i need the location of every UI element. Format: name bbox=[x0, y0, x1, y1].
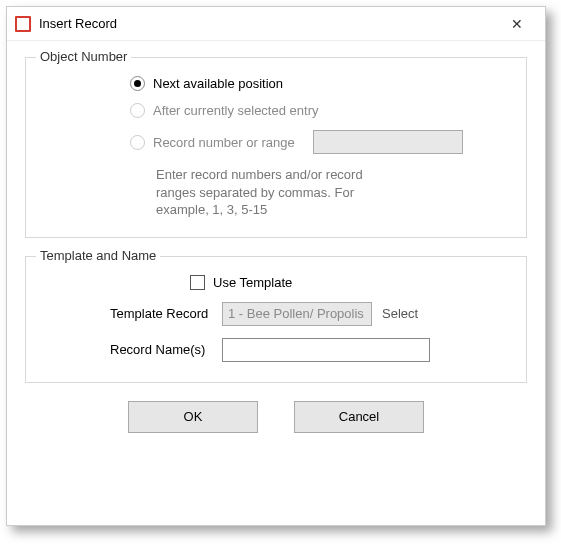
dialog-window: Insert Record ✕ Object Number Next avail… bbox=[0, 0, 561, 546]
radio-icon bbox=[130, 103, 145, 118]
window-title: Insert Record bbox=[39, 16, 497, 31]
object-number-legend: Object Number bbox=[36, 49, 131, 64]
template-name-group: Template and Name Use Template Template … bbox=[25, 256, 527, 383]
use-template-label: Use Template bbox=[213, 275, 292, 290]
close-button[interactable]: ✕ bbox=[497, 10, 537, 38]
object-number-group: Object Number Next available position Af… bbox=[25, 57, 527, 238]
radio-after-selected[interactable]: After currently selected entry bbox=[40, 97, 512, 124]
content-area: Object Number Next available position Af… bbox=[7, 41, 545, 447]
radio-label-next: Next available position bbox=[153, 76, 283, 91]
template-record-input: 1 - Bee Pollen/ Propolis bbox=[222, 302, 372, 326]
record-name-label: Record Name(s) bbox=[110, 342, 222, 357]
close-icon: ✕ bbox=[511, 16, 523, 32]
button-row: OK Cancel bbox=[25, 401, 527, 433]
titlebar: Insert Record ✕ bbox=[7, 7, 545, 41]
cancel-button-label: Cancel bbox=[339, 409, 379, 424]
radio-icon bbox=[130, 76, 145, 91]
select-button[interactable]: Select bbox=[382, 306, 418, 321]
use-template-row: Use Template bbox=[40, 269, 512, 296]
ok-button-label: OK bbox=[184, 409, 203, 424]
radio-label-after: After currently selected entry bbox=[153, 103, 318, 118]
record-range-input[interactable] bbox=[313, 130, 463, 154]
radio-next-position[interactable]: Next available position bbox=[40, 70, 512, 97]
record-name-input[interactable] bbox=[222, 338, 430, 362]
cancel-button[interactable]: Cancel bbox=[294, 401, 424, 433]
ok-button[interactable]: OK bbox=[128, 401, 258, 433]
radio-icon bbox=[130, 135, 145, 150]
template-name-legend: Template and Name bbox=[36, 248, 160, 263]
template-record-label: Template Record bbox=[110, 306, 222, 321]
app-icon bbox=[15, 16, 31, 32]
use-template-checkbox[interactable] bbox=[190, 275, 205, 290]
range-hint-text: Enter record numbers and/or record range… bbox=[40, 160, 380, 223]
radio-label-range: Record number or range bbox=[153, 135, 295, 150]
template-record-row: Template Record 1 - Bee Pollen/ Propolis… bbox=[40, 296, 512, 332]
radio-record-range[interactable]: Record number or range bbox=[40, 124, 512, 160]
record-name-row: Record Name(s) bbox=[40, 332, 512, 368]
window-frame: Insert Record ✕ Object Number Next avail… bbox=[6, 6, 546, 526]
